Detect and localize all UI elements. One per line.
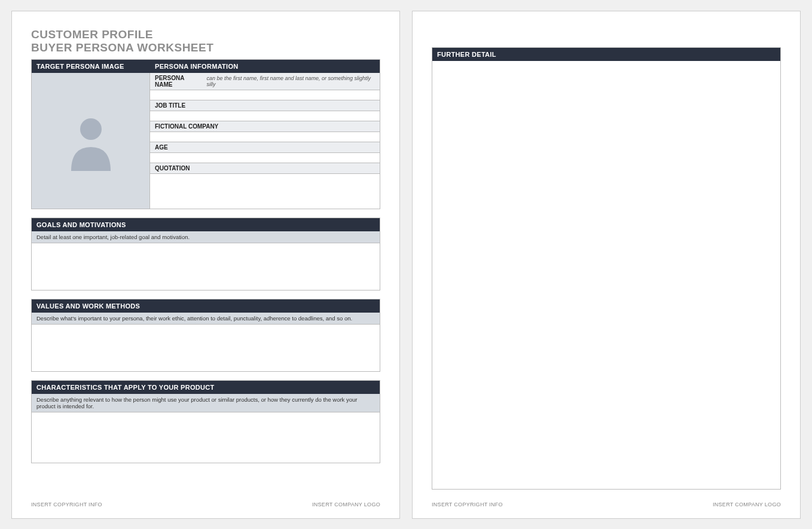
age-label: AGE	[155, 144, 168, 151]
job-title-label: JOB TITLE	[155, 102, 185, 109]
persona-info-column: PERSONA INFORMATION PERSONA NAME can be …	[150, 60, 380, 209]
characteristics-header: CHARACTERISTICS THAT APPLY TO YOUR PRODU…	[32, 381, 380, 394]
age-input[interactable]	[150, 153, 380, 163]
company-logo-placeholder: INSERT COMPANY LOGO	[312, 502, 380, 507]
persona-name-label: PERSONA NAME	[155, 75, 202, 88]
values-hint: Describe what's important to your person…	[32, 313, 380, 325]
copyright-placeholder: INSERT COPYRIGHT INFO	[31, 502, 102, 507]
page-2: FURTHER DETAIL INSERT COPYRIGHT INFO INS…	[412, 11, 801, 519]
document-title: CUSTOMER PROFILE BUYER PERSONA WORKSHEET	[31, 28, 380, 54]
persona-image-placeholder[interactable]	[32, 73, 150, 209]
goals-section: GOALS AND MOTIVATIONS Detail at least on…	[31, 218, 380, 291]
values-input[interactable]	[32, 325, 380, 371]
goals-hint: Detail at least one important, job-relat…	[32, 231, 380, 243]
user-silhouette-icon	[64, 111, 118, 171]
fictional-company-input[interactable]	[150, 132, 380, 142]
goals-input[interactable]	[32, 243, 380, 290]
target-image-column: TARGET PERSONA IMAGE	[32, 60, 150, 209]
svg-point-0	[80, 118, 102, 140]
persona-top-section: TARGET PERSONA IMAGE PERSONA INFORMATION…	[31, 59, 380, 209]
further-detail-header: FURTHER DETAIL	[432, 48, 780, 61]
quotation-field: QUOTATION	[150, 163, 380, 209]
characteristics-hint: Describe anything relevant to how the pe…	[32, 394, 380, 412]
page-1-footer: INSERT COPYRIGHT INFO INSERT COMPANY LOG…	[31, 498, 380, 507]
page-1: CUSTOMER PROFILE BUYER PERSONA WORKSHEET…	[11, 11, 400, 519]
persona-name-field: PERSONA NAME can be the first name, firs…	[150, 73, 380, 100]
job-title-input[interactable]	[150, 111, 380, 121]
company-logo-placeholder: INSERT COMPANY LOGO	[713, 502, 781, 507]
page-2-content: FURTHER DETAIL INSERT COPYRIGHT INFO INS…	[432, 28, 781, 507]
job-title-label-row: JOB TITLE	[150, 100, 380, 111]
fictional-company-label: FICTIONAL COMPANY	[155, 123, 218, 130]
values-section: VALUES AND WORK METHODS Describe what's …	[31, 299, 380, 372]
title-line-1: CUSTOMER PROFILE	[31, 28, 380, 41]
further-detail-input[interactable]	[432, 61, 780, 489]
characteristics-input[interactable]	[32, 412, 380, 463]
persona-top-row: TARGET PERSONA IMAGE PERSONA INFORMATION…	[31, 59, 380, 209]
further-detail-section: FURTHER DETAIL	[432, 47, 781, 490]
characteristics-section: CHARACTERISTICS THAT APPLY TO YOUR PRODU…	[31, 380, 380, 463]
target-image-header: TARGET PERSONA IMAGE	[32, 60, 150, 73]
page-1-content: CUSTOMER PROFILE BUYER PERSONA WORKSHEET…	[31, 28, 380, 507]
job-title-field: JOB TITLE	[150, 100, 380, 121]
quotation-label: QUOTATION	[155, 165, 190, 172]
fictional-company-field: FICTIONAL COMPANY	[150, 121, 380, 142]
goals-header: GOALS AND MOTIVATIONS	[32, 218, 380, 231]
persona-name-hint: can be the first name, first name and la…	[206, 75, 375, 87]
quotation-input[interactable]	[150, 174, 380, 209]
persona-name-input[interactable]	[150, 90, 380, 100]
copyright-placeholder: INSERT COPYRIGHT INFO	[432, 502, 503, 507]
fictional-company-label-row: FICTIONAL COMPANY	[150, 121, 380, 132]
persona-info-header: PERSONA INFORMATION	[150, 60, 380, 73]
persona-name-label-row: PERSONA NAME can be the first name, firs…	[150, 73, 380, 90]
quotation-label-row: QUOTATION	[150, 163, 380, 174]
page-2-footer: INSERT COPYRIGHT INFO INSERT COMPANY LOG…	[432, 498, 781, 507]
values-header: VALUES AND WORK METHODS	[32, 299, 380, 313]
title-line-2: BUYER PERSONA WORKSHEET	[31, 41, 380, 54]
age-label-row: AGE	[150, 142, 380, 153]
age-field: AGE	[150, 142, 380, 163]
